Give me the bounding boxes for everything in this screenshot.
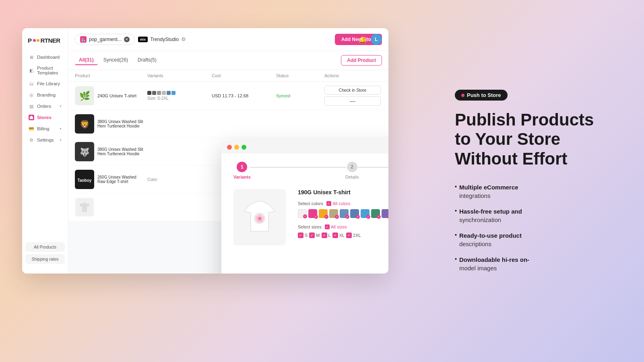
sidebar-item-product-templates[interactable]: ◧ Product Templates bbox=[25, 63, 65, 78]
all-products-button[interactable]: All Products bbox=[25, 242, 65, 252]
sidebar-nav: ⊞ Dashboard ◧ Product Templates 🗂 File L… bbox=[22, 52, 68, 239]
sidebar-item-settings[interactable]: ⚙ Settings ▾ bbox=[25, 135, 65, 145]
size-option-s[interactable]: ✓ S bbox=[298, 232, 308, 238]
file-library-icon: 🗂 bbox=[29, 81, 34, 86]
feature-item-2: • Hassle-free setup andsynchronization bbox=[455, 207, 612, 224]
gear-icon[interactable]: ⚙ bbox=[181, 36, 188, 43]
store-selector: 🏪 pop_garment... ✕ wix TrendyStudio ⚙ bbox=[75, 34, 188, 45]
size-option-2xl[interactable]: ✓ 2XL bbox=[346, 232, 361, 238]
connected-store: wix TrendyStudio ⚙ bbox=[138, 36, 188, 43]
store-pill[interactable]: 🏪 pop_garment... ✕ bbox=[75, 34, 135, 45]
tab-drafts[interactable]: Drafts(5) bbox=[134, 56, 161, 65]
add-product-button[interactable]: Add Product bbox=[341, 55, 382, 66]
color-swatch bbox=[171, 91, 175, 95]
color-option[interactable]: ✓ bbox=[350, 209, 359, 218]
col-variants: Variants bbox=[147, 73, 212, 78]
traffic-light-green[interactable] bbox=[242, 145, 246, 150]
logo-text-2: RTNER bbox=[41, 37, 60, 44]
feature-list: • Multiple eCommerceintegrations • Hassl… bbox=[455, 183, 612, 272]
product-name-2: 380G Unisex Washed SlitHem Turtleneck Ho… bbox=[97, 119, 143, 128]
color-option[interactable]: ✓ bbox=[361, 209, 369, 218]
traffic-light-yellow[interactable] bbox=[234, 145, 239, 150]
logo-text: P bbox=[28, 37, 32, 44]
color-option[interactable]: ✓ bbox=[329, 209, 338, 218]
billing-icon: 💳 bbox=[29, 126, 34, 132]
product-thumb-1: 🌿 bbox=[75, 86, 94, 105]
product-cell: 🌿 240G Unisex T-shirt bbox=[75, 86, 147, 105]
col-cost: Cost bbox=[212, 73, 276, 78]
color-option[interactable]: ✓ bbox=[340, 209, 349, 218]
svg-text:🌸: 🌸 bbox=[255, 214, 264, 223]
more-button-1[interactable]: — bbox=[324, 96, 381, 106]
store-pill-close[interactable]: ✕ bbox=[124, 37, 130, 42]
store-pill-label: pop_garment... bbox=[89, 37, 122, 42]
svg-text:🐺: 🐺 bbox=[80, 147, 90, 157]
product-name-3: 380G Unisex Washed SlitHem Turtleneck Ho… bbox=[97, 147, 143, 156]
action-btns-1: Check in Store — bbox=[324, 86, 381, 106]
sidebar-item-branding[interactable]: ◎ Branding bbox=[25, 90, 65, 100]
color-option[interactable]: ✓ bbox=[298, 209, 307, 218]
product-cell-3: 🐺 380G Unisex Washed SlitHem Turtleneck … bbox=[75, 142, 147, 161]
color-option[interactable]: ✓ bbox=[382, 209, 388, 218]
svg-rect-1 bbox=[31, 116, 32, 117]
bell-icon[interactable]: 🔔 bbox=[359, 36, 367, 43]
sidebar-item-dashboard[interactable]: ⊞ Dashboard bbox=[25, 52, 65, 62]
sidebar-item-label: Stores bbox=[37, 115, 52, 120]
product-thumb-5 bbox=[75, 197, 94, 217]
sidebar-item-stores[interactable]: Stores bbox=[25, 112, 65, 123]
color-option[interactable]: ✓ bbox=[308, 209, 317, 218]
check-in-store-button[interactable]: Check in Store bbox=[324, 86, 381, 95]
sidebar-item-file-library[interactable]: 🗂 File Library bbox=[25, 78, 65, 89]
step-circle-1: 1 bbox=[237, 162, 247, 172]
select-colors-label: Select colors ✓ All colors bbox=[298, 201, 388, 206]
svg-text:🦁: 🦁 bbox=[80, 119, 90, 129]
col-product: Product bbox=[75, 73, 147, 78]
size-option-m[interactable]: ✓ M bbox=[309, 232, 320, 238]
modal-options: 190G Unisex T-shirt Select colors ✓ All … bbox=[298, 189, 388, 245]
shipping-rates-button[interactable]: Shipping rates bbox=[25, 254, 65, 264]
product-name-4: 260G Unisex WashedRaw Edge T-shirt bbox=[97, 175, 136, 184]
step-label-1: Variants bbox=[233, 175, 251, 179]
feature-text-1: Multiple eCommerceintegrations bbox=[459, 183, 518, 200]
sidebar-item-orders[interactable]: ▤ Orders ▾ bbox=[25, 101, 65, 111]
traffic-light-red[interactable] bbox=[227, 145, 232, 150]
main-headline: Publish Productsto Your StoreWithout Eff… bbox=[455, 110, 612, 169]
color-option[interactable]: ✓ bbox=[319, 209, 328, 218]
table-header: Product Variants Cost Status Actions bbox=[68, 70, 388, 82]
feature-text-4: Downloadable hi-res on-model images bbox=[459, 255, 529, 272]
variant-info-1: Size: S-2XL bbox=[147, 91, 212, 101]
size-options-row: ✓ S ✓ M ✓ L ✓ bbox=[298, 232, 388, 238]
stepper: 1 Variants 2 Details 3 Pricing bbox=[233, 162, 388, 179]
svg-text:Tanboy: Tanboy bbox=[78, 178, 92, 183]
badge-label: Push to Store bbox=[467, 92, 501, 98]
bullet-4: • bbox=[455, 256, 457, 262]
sidebar-item-label: Product Templates bbox=[37, 66, 62, 75]
color-option[interactable]: ✓ bbox=[371, 209, 380, 218]
size-option-l[interactable]: ✓ L bbox=[322, 232, 331, 238]
all-sizes-label[interactable]: ✓ All sizes bbox=[325, 224, 347, 229]
chevron-down-icon: ▾ bbox=[60, 104, 62, 108]
svg-text:🌿: 🌿 bbox=[79, 90, 91, 101]
step-circle-2: 2 bbox=[347, 162, 357, 172]
sidebar-item-billing[interactable]: 💳 Billing ▾ bbox=[25, 123, 65, 134]
feature-text-2: Hassle-free setup andsynchronization bbox=[459, 207, 522, 224]
dashboard-icon: ⊞ bbox=[29, 54, 34, 60]
step-details: 2 Details bbox=[345, 162, 359, 179]
sidebar-item-label: Settings bbox=[37, 138, 54, 142]
app-window: P RTNER ⊞ Dashboard ◧ Product Templates … bbox=[22, 28, 388, 274]
product-cell-2: 🦁 380G Unisex Washed SlitHem Turtleneck … bbox=[75, 114, 147, 134]
size-option-xl[interactable]: ✓ XL bbox=[332, 232, 345, 238]
filter-bar: All(31) Synced(26) Drafts(5) Add Product bbox=[68, 51, 388, 70]
tab-synced[interactable]: Synced(26) bbox=[99, 56, 132, 65]
status-1: Synced bbox=[276, 93, 324, 98]
all-colors-label[interactable]: ✓ All colors bbox=[326, 201, 351, 206]
product-name-1: 240G Unisex T-shirt bbox=[97, 93, 136, 98]
sidebar-item-label: Billing bbox=[37, 126, 50, 131]
filter-tabs: All(31) Synced(26) Drafts(5) bbox=[75, 56, 161, 65]
feature-item-3: • Ready-to-use productdescriptions bbox=[455, 231, 612, 248]
tab-all[interactable]: All(31) bbox=[75, 56, 98, 65]
stores-icon bbox=[29, 115, 34, 120]
bullet-3: • bbox=[455, 232, 457, 238]
step-variants: 1 Variants bbox=[233, 162, 251, 179]
color-swatch bbox=[147, 91, 151, 95]
